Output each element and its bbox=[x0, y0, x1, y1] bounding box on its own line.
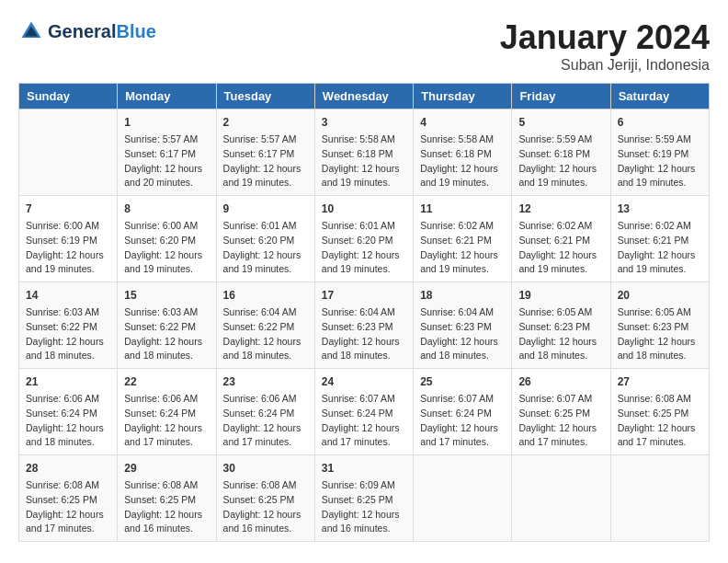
day-info: Sunset: 6:22 PM bbox=[223, 320, 308, 335]
day-info: Sunset: 6:21 PM bbox=[618, 234, 702, 248]
day-info: Daylight: 12 hours bbox=[618, 162, 702, 177]
day-number: 1 bbox=[124, 114, 209, 131]
month-title: January 2024 bbox=[500, 18, 710, 57]
day-info: Sunset: 6:23 PM bbox=[420, 320, 505, 335]
day-info: Sunrise: 6:04 AM bbox=[420, 305, 505, 320]
calendar-cell: 16Sunrise: 6:04 AMSunset: 6:22 PMDayligh… bbox=[216, 282, 314, 369]
day-info: Daylight: 12 hours bbox=[518, 248, 603, 263]
day-info: Daylight: 12 hours bbox=[223, 162, 308, 177]
day-info: Daylight: 12 hours bbox=[124, 508, 209, 523]
day-number: 17 bbox=[322, 287, 406, 304]
day-info: Daylight: 12 hours bbox=[124, 421, 209, 436]
day-info: and 19 minutes. bbox=[518, 262, 603, 277]
day-info: Sunrise: 6:03 AM bbox=[26, 305, 110, 320]
calendar-cell: 13Sunrise: 6:02 AMSunset: 6:21 PMDayligh… bbox=[610, 196, 709, 282]
day-info: Daylight: 12 hours bbox=[26, 508, 110, 523]
day-info: and 18 minutes. bbox=[322, 349, 406, 363]
day-info: and 19 minutes. bbox=[420, 176, 505, 190]
logo: GeneralBlue bbox=[18, 18, 156, 44]
day-info: and 19 minutes. bbox=[223, 176, 308, 190]
day-info: Sunrise: 5:59 AM bbox=[518, 132, 603, 147]
day-info: Sunrise: 6:05 AM bbox=[518, 305, 603, 320]
day-info: and 17 minutes. bbox=[518, 435, 603, 450]
day-info: Daylight: 12 hours bbox=[223, 248, 308, 263]
calendar-cell: 24Sunrise: 6:07 AMSunset: 6:24 PMDayligh… bbox=[314, 369, 413, 455]
calendar-cell: 5Sunrise: 5:59 AMSunset: 6:18 PMDaylight… bbox=[512, 109, 610, 196]
day-info: Sunrise: 6:08 AM bbox=[124, 478, 209, 493]
logo-icon bbox=[18, 18, 44, 44]
day-info: Daylight: 12 hours bbox=[322, 508, 406, 523]
day-info: Sunset: 6:18 PM bbox=[322, 147, 406, 162]
day-info: Sunset: 6:19 PM bbox=[26, 234, 110, 248]
day-info: Sunrise: 6:05 AM bbox=[618, 305, 702, 320]
day-number: 22 bbox=[124, 373, 209, 390]
day-info: Sunset: 6:21 PM bbox=[420, 234, 505, 248]
day-info: and 16 minutes. bbox=[322, 522, 406, 536]
day-info: Sunset: 6:25 PM bbox=[518, 407, 603, 421]
day-info: Sunset: 6:23 PM bbox=[322, 320, 406, 335]
week-row-5: 28Sunrise: 6:08 AMSunset: 6:25 PMDayligh… bbox=[19, 455, 710, 542]
day-info: and 19 minutes. bbox=[322, 176, 406, 190]
calendar-cell: 21Sunrise: 6:06 AMSunset: 6:24 PMDayligh… bbox=[19, 369, 118, 455]
calendar-cell: 12Sunrise: 6:02 AMSunset: 6:21 PMDayligh… bbox=[512, 196, 610, 282]
day-info: Daylight: 12 hours bbox=[124, 162, 209, 177]
day-info: and 19 minutes. bbox=[322, 262, 406, 277]
day-info: Daylight: 12 hours bbox=[618, 335, 702, 350]
day-info: and 19 minutes. bbox=[124, 262, 209, 277]
day-number: 11 bbox=[420, 201, 505, 217]
logo-blue: Blue bbox=[116, 21, 155, 41]
col-header-tuesday: Tuesday bbox=[216, 84, 314, 109]
day-info: Sunrise: 5:57 AM bbox=[223, 132, 308, 147]
day-number: 18 bbox=[420, 287, 505, 304]
day-info: Daylight: 12 hours bbox=[420, 335, 505, 350]
col-header-wednesday: Wednesday bbox=[314, 84, 413, 109]
day-info: Daylight: 12 hours bbox=[322, 421, 406, 436]
day-info: and 16 minutes. bbox=[124, 522, 209, 536]
day-info: and 17 minutes. bbox=[124, 435, 209, 450]
day-info: Daylight: 12 hours bbox=[223, 421, 308, 436]
day-info: Sunset: 6:24 PM bbox=[124, 407, 209, 421]
calendar-cell: 25Sunrise: 6:07 AMSunset: 6:24 PMDayligh… bbox=[414, 369, 512, 455]
calendar-cell bbox=[610, 455, 709, 542]
day-info: Daylight: 12 hours bbox=[518, 335, 603, 350]
day-info: and 17 minutes. bbox=[26, 522, 110, 536]
day-info: Sunset: 6:25 PM bbox=[322, 493, 406, 508]
day-number: 23 bbox=[223, 373, 308, 390]
day-info: Sunrise: 6:02 AM bbox=[518, 219, 603, 234]
calendar-cell: 26Sunrise: 6:07 AMSunset: 6:25 PMDayligh… bbox=[512, 369, 610, 455]
day-info: Sunrise: 6:08 AM bbox=[26, 478, 110, 493]
day-number: 24 bbox=[322, 373, 406, 390]
day-number: 2 bbox=[223, 114, 308, 131]
day-info: Daylight: 12 hours bbox=[124, 248, 209, 263]
day-info: Sunset: 6:18 PM bbox=[420, 147, 505, 162]
day-info: and 17 minutes. bbox=[618, 435, 702, 450]
day-info: Sunset: 6:22 PM bbox=[124, 320, 209, 335]
day-info: Sunrise: 5:57 AM bbox=[124, 132, 209, 147]
day-info: Daylight: 12 hours bbox=[518, 421, 603, 436]
col-header-saturday: Saturday bbox=[610, 84, 709, 109]
day-info: and 18 minutes. bbox=[26, 435, 110, 450]
day-info: Sunset: 6:21 PM bbox=[518, 234, 603, 248]
week-row-4: 21Sunrise: 6:06 AMSunset: 6:24 PMDayligh… bbox=[19, 369, 710, 455]
day-info: and 18 minutes. bbox=[26, 349, 110, 363]
day-info: and 19 minutes. bbox=[618, 176, 702, 190]
calendar-cell: 6Sunrise: 5:59 AMSunset: 6:19 PMDaylight… bbox=[610, 109, 709, 196]
header-row: SundayMondayTuesdayWednesdayThursdayFrid… bbox=[19, 84, 710, 109]
day-number: 27 bbox=[618, 373, 702, 390]
calendar-cell: 30Sunrise: 6:08 AMSunset: 6:25 PMDayligh… bbox=[216, 455, 314, 542]
day-info: and 17 minutes. bbox=[223, 435, 308, 450]
day-info: Daylight: 12 hours bbox=[618, 248, 702, 263]
day-info: Sunrise: 6:00 AM bbox=[26, 219, 110, 234]
day-info: Sunrise: 6:01 AM bbox=[322, 219, 406, 234]
col-header-thursday: Thursday bbox=[414, 84, 512, 109]
day-info: and 19 minutes. bbox=[420, 262, 505, 277]
day-info: and 16 minutes. bbox=[223, 522, 308, 536]
day-number: 29 bbox=[124, 460, 209, 477]
day-info: Sunset: 6:18 PM bbox=[518, 147, 603, 162]
calendar-cell: 27Sunrise: 6:08 AMSunset: 6:25 PMDayligh… bbox=[610, 369, 709, 455]
day-info: Daylight: 12 hours bbox=[26, 421, 110, 436]
day-info: and 19 minutes. bbox=[518, 176, 603, 190]
day-info: and 19 minutes. bbox=[26, 262, 110, 277]
day-number: 3 bbox=[322, 114, 406, 131]
day-info: Sunset: 6:23 PM bbox=[618, 320, 702, 335]
